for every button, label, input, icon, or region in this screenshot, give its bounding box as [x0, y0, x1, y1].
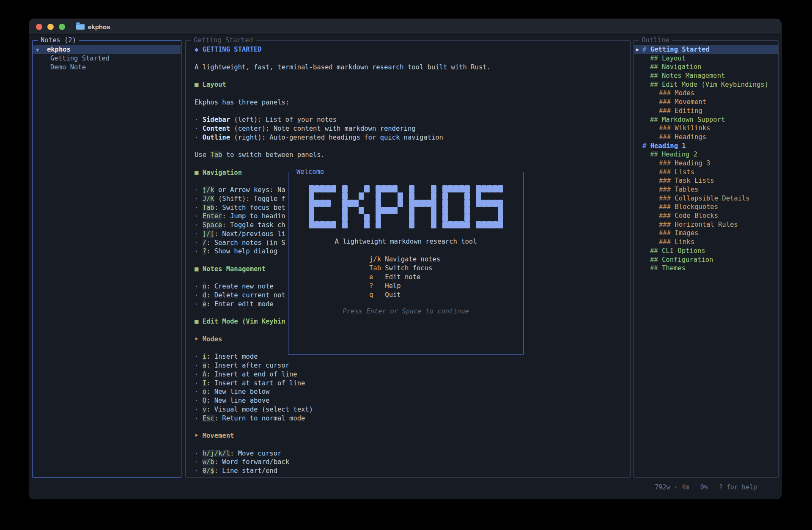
- logo-letter: [342, 185, 370, 228]
- content-line: · v: Visual mode (select text): [195, 405, 630, 414]
- content-line: · Esc: Return to normal mode: [195, 414, 630, 423]
- logo-letter: [409, 185, 436, 228]
- note-label: ekphos: [47, 46, 71, 53]
- content-line: ◆ GETTING STARTED: [195, 45, 630, 54]
- note-label: Getting Started: [50, 55, 110, 62]
- content-line: A lightweight, fast, terminal-based mark…: [195, 63, 630, 72]
- outline-item[interactable]: ### Links: [634, 238, 778, 247]
- outline-item[interactable]: ### Collapsible Details: [634, 194, 778, 203]
- blank-line: [195, 142, 630, 151]
- bullet-icon: ·: [195, 204, 203, 211]
- outline-item[interactable]: ### Movement: [634, 98, 778, 107]
- bullet-icon: ·: [195, 230, 203, 238]
- notes-panel: Notes (2) ▼ ekphosGetting StartedDemo No…: [32, 40, 181, 478]
- traffic-lights: [29, 24, 65, 30]
- bullet-icon: ·: [195, 116, 203, 124]
- content-line: · a: Insert after cursor: [195, 361, 630, 370]
- outline-item[interactable]: ### Modes: [634, 89, 778, 98]
- content-line: · A: Insert at end of line: [195, 370, 630, 379]
- zoom-window-button[interactable]: [59, 24, 65, 30]
- content-line: · o: New line below: [195, 387, 630, 396]
- outline-item[interactable]: ### Code Blocks: [634, 211, 778, 220]
- blank-line: [195, 54, 630, 63]
- content-line: ‣ Movement: [195, 431, 630, 440]
- outline-item[interactable]: # Heading 1: [634, 142, 778, 151]
- outline-item[interactable]: ### Tables: [634, 185, 778, 194]
- blank-line: [195, 71, 630, 80]
- statusbar-breadcrumb: ekphos › sidebar › ~/Documents/ekphos/Ge…: [32, 481, 644, 494]
- bullet-icon: ·: [195, 362, 203, 369]
- welcome-dialog: Welcome A lightweight markdown research …: [288, 172, 524, 355]
- bullet-icon: ·: [195, 353, 203, 360]
- content-line: Use Tab to switch between panels.: [195, 151, 630, 159]
- word-count: 792w · 4m: [655, 483, 689, 491]
- dialog-shortcuts: j/k Navigate notesTab Switch focuse Edit…: [369, 255, 440, 299]
- blank-line: [195, 440, 630, 449]
- outline-item[interactable]: ### Headings: [634, 133, 778, 142]
- bullet-icon: ·: [195, 406, 203, 413]
- bullet-icon: ·: [195, 397, 203, 404]
- bullet-icon: ·: [195, 300, 203, 308]
- folder-icon: [76, 24, 85, 30]
- outline-item[interactable]: ### Blockquotes: [634, 203, 778, 211]
- blank-line: [195, 423, 630, 431]
- logo-letter: [376, 185, 403, 228]
- note-row[interactable]: Getting Started: [33, 54, 181, 63]
- content-line: · I: Insert at start of line: [195, 379, 630, 388]
- content-line: ■ Layout: [195, 80, 630, 89]
- outline-item[interactable]: ▶# Getting Started: [634, 45, 778, 54]
- heading-marker-icon: ■: [195, 169, 203, 176]
- window-title: ekphos: [88, 23, 110, 30]
- outline-item[interactable]: ## Markdown Support: [634, 115, 778, 124]
- outline-item[interactable]: ### Lists: [634, 168, 778, 177]
- bullet-icon: ·: [195, 450, 203, 457]
- welcome-dialog-title: Welcome: [294, 168, 327, 176]
- heading-marker-icon: ‣: [195, 335, 203, 343]
- content-line: · O: New line above: [195, 396, 630, 405]
- outline-item[interactable]: ### Heading 3: [634, 159, 778, 168]
- content-line: · w/b: Word forward/back: [195, 458, 630, 467]
- outline-item[interactable]: ## Navigation: [634, 63, 778, 71]
- outline-item[interactable]: ### Wikilinks: [634, 124, 778, 133]
- content-line: · Content (center): Note content with ma…: [195, 124, 630, 133]
- content-line: · Outline (right): Auto-generated headin…: [195, 133, 630, 142]
- dialog-subtitle: A lightweight markdown research tool: [288, 238, 523, 245]
- outline-item[interactable]: ## Configuration: [634, 255, 778, 264]
- bullet-icon: ·: [195, 134, 203, 141]
- outline-item[interactable]: ### Images: [634, 229, 778, 238]
- note-row[interactable]: Demo Note: [33, 63, 181, 72]
- bullet-icon: ·: [195, 291, 203, 299]
- bullet-icon: ·: [195, 221, 203, 229]
- reading-time-and-scroll: 0%: [700, 483, 708, 491]
- heading-marker-icon: ‣: [195, 432, 203, 439]
- dialog-footer-hint: Press Enter or Space to continue: [288, 308, 523, 315]
- close-window-button[interactable]: [36, 24, 42, 30]
- dialog-shortcut-row: e Edit note: [369, 273, 440, 282]
- outline-item[interactable]: ## Notes Management: [634, 71, 778, 80]
- bullet-icon: ·: [195, 125, 203, 132]
- outline-item[interactable]: ## Edit Mode (Vim Keybindings): [634, 80, 778, 89]
- titlebar: ekphos: [29, 19, 781, 35]
- ekphos-logo: [288, 185, 523, 228]
- outline-item[interactable]: ### Editing: [634, 107, 778, 115]
- bullet-icon: ·: [195, 371, 203, 378]
- minimize-window-button[interactable]: [47, 24, 54, 30]
- content-line: · 0/$: Line start/end: [195, 467, 630, 475]
- outline-item[interactable]: ## Heading 2: [634, 150, 778, 159]
- bullet-icon: ·: [195, 247, 203, 255]
- content-line: · Sidebar (left): List of your notes: [195, 115, 630, 124]
- outline-item[interactable]: ## Themes: [634, 264, 778, 273]
- outline-item[interactable]: ## Layout: [634, 54, 778, 63]
- logo-letter: [442, 185, 470, 228]
- heading-marker-icon: ◆: [195, 46, 203, 53]
- dialog-shortcut-row: ? Help: [369, 282, 440, 291]
- statusbar: ekphos › sidebar › ~/Documents/ekphos/Ge…: [32, 481, 778, 494]
- note-row[interactable]: ▼ ekphos: [33, 45, 181, 54]
- dialog-shortcut-row: q Quit: [369, 291, 440, 299]
- outline-item[interactable]: ### Task Lists: [634, 176, 778, 185]
- bullet-icon: ·: [195, 458, 203, 466]
- help-hint: ? for help: [719, 483, 757, 491]
- outline-item[interactable]: ### Horizontal Rules: [634, 220, 778, 229]
- outline-panel: Outline ▶# Getting Started## Layout## Na…: [633, 40, 779, 478]
- outline-item[interactable]: ## CLI Options: [634, 247, 778, 255]
